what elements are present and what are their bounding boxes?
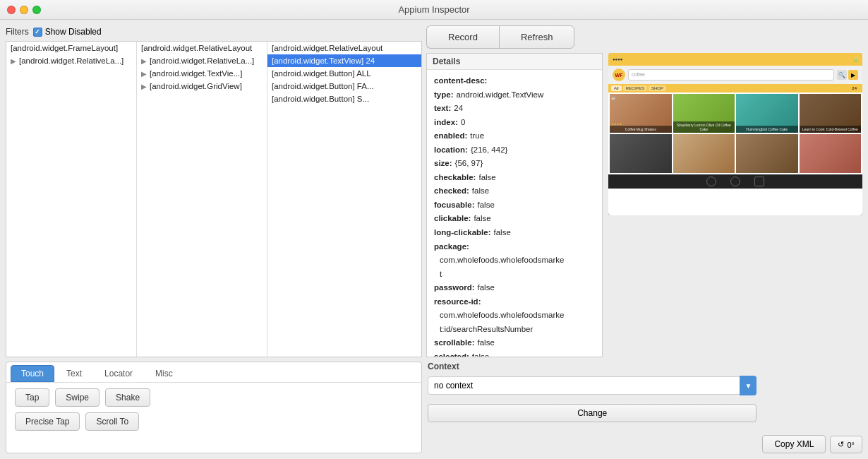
rotate-label: 0° xyxy=(847,441,855,449)
tree-item[interactable]: [android.widget.RelativeLayout xyxy=(137,42,267,54)
device-nav-bar xyxy=(608,174,862,189)
shake-button[interactable]: Shake xyxy=(105,388,150,407)
main-content: Filters Show Disabled [android.widget.Fr… xyxy=(0,20,868,459)
copy-xml-button[interactable]: Copy XML xyxy=(762,435,826,453)
grid-item-5[interactable] xyxy=(673,134,735,173)
bottom-right-actions: Copy XML ↺ 0° xyxy=(762,362,862,453)
buttons-row-2: Precise Tap Scroll To xyxy=(6,412,421,436)
filters-label: Filters xyxy=(6,27,29,37)
context-select-row: no context ▼ xyxy=(428,376,757,395)
device-results-count: 24 xyxy=(849,85,860,91)
record-button[interactable]: Record xyxy=(426,25,499,49)
show-disabled-checkbox[interactable] xyxy=(33,28,42,37)
element-tree: [android.widget.FrameLayout] ▶ [android.… xyxy=(6,41,422,357)
device-preview: ●●●● 🔋 WF coffee 🔍 ▶ xyxy=(608,53,862,215)
rotate-icon: ↺ xyxy=(838,440,844,449)
device-search-input[interactable]: coffee xyxy=(628,69,834,81)
device-status-bar: ●●●● 🔋 xyxy=(608,53,862,66)
details-content: content-desc: type:android.widget.TextVi… xyxy=(427,70,602,357)
tree-item[interactable]: [android.widget.Button] FA... xyxy=(267,80,421,93)
window-controls[interactable] xyxy=(7,6,41,14)
device-home-btn[interactable] xyxy=(730,177,740,186)
expand-arrow: ▶ xyxy=(141,57,147,65)
action-buttons: Record Refresh xyxy=(426,25,862,49)
show-disabled-label: Show Disabled xyxy=(45,27,102,37)
swipe-button[interactable]: Swipe xyxy=(55,388,100,407)
device-screen: ●●●● 🔋 WF coffee 🔍 ▶ xyxy=(608,53,862,215)
grid-item-1[interactable]: Strawberry Lemon Olive Oil Coffee Cake xyxy=(673,94,735,133)
precise-tap-button[interactable]: Precise Tap xyxy=(15,412,80,431)
expand-arrow: ▶ xyxy=(141,83,147,90)
tree-item[interactable]: ▶ [android.widget.TextVie...] xyxy=(137,67,267,80)
device-search-btn[interactable]: 🔍 xyxy=(837,70,847,80)
details-header: Details xyxy=(427,54,602,70)
grid-item-2[interactable]: Hummingbird Coffee Cake xyxy=(736,94,798,133)
expand-arrow: ▶ xyxy=(11,57,16,65)
device-tab-all[interactable]: All xyxy=(611,85,622,91)
device-back-btn[interactable] xyxy=(706,177,716,186)
tree-item[interactable]: ▶ [android.widget.RelativeLa...] xyxy=(137,54,267,67)
tab-misc[interactable]: Misc xyxy=(145,365,183,382)
device-tab-extra[interactable]: SHOP xyxy=(649,85,666,91)
device-search-action[interactable]: ▶ xyxy=(848,70,858,80)
grid-item-0[interactable]: ☕ Coffee Mug Shakes ★★★★ xyxy=(610,94,672,133)
grid-item-3[interactable]: Learn to Cook: Cold-Brewed Coffee xyxy=(800,94,862,133)
right-panel: Record Refresh Details content-desc: typ… xyxy=(426,25,862,357)
interaction-tabs: Touch Text Locator Misc xyxy=(6,362,421,383)
scroll-to-button[interactable]: Scroll To xyxy=(85,412,139,431)
context-panel: Context no context ▼ Change xyxy=(428,362,757,453)
tree-item[interactable]: [android.widget.Button] S... xyxy=(267,93,421,105)
device-tabs-row: All RECIPES SHOP 24 xyxy=(608,84,862,93)
buttons-row-1: Tap Swipe Shake xyxy=(6,383,421,412)
tree-item[interactable]: ▶ [android.widget.GridView] xyxy=(137,80,267,93)
tab-text[interactable]: Text xyxy=(56,365,92,382)
context-select[interactable]: no context xyxy=(428,376,755,395)
grid-item-4[interactable] xyxy=(610,134,672,173)
grid-item-6[interactable] xyxy=(736,134,798,173)
show-disabled-container[interactable]: Show Disabled xyxy=(33,27,102,37)
minimize-button[interactable] xyxy=(20,6,28,14)
tree-item-selected[interactable]: [android.widget.TextView] 24 xyxy=(267,54,421,67)
tree-item[interactable]: [android.widget.FrameLayout] xyxy=(6,42,136,54)
device-recents-btn[interactable] xyxy=(754,177,764,186)
tree-item[interactable]: [android.widget.RelativeLayout xyxy=(267,42,421,54)
details-panel: Details content-desc: type:android.widge… xyxy=(426,53,603,357)
close-button[interactable] xyxy=(7,6,16,14)
tap-button[interactable]: Tap xyxy=(15,388,49,407)
refresh-button[interactable]: Refresh xyxy=(499,25,575,49)
bottom-section: Touch Text Locator Misc Tap Swipe Shake … xyxy=(6,362,862,453)
tree-column-2: [android.widget.RelativeLayout [android.… xyxy=(267,42,421,357)
left-panel: Filters Show Disabled [android.widget.Fr… xyxy=(6,25,422,357)
filters-bar: Filters Show Disabled xyxy=(6,25,422,38)
grid-item-7[interactable] xyxy=(800,134,862,173)
tree-column-1: [android.widget.RelativeLayout ▶ [androi… xyxy=(137,42,267,357)
wf-logo: WF xyxy=(613,68,625,81)
tab-touch[interactable]: Touch xyxy=(11,365,54,382)
tree-column-0: [android.widget.FrameLayout] ▶ [android.… xyxy=(6,42,137,357)
device-content-grid: ☕ Coffee Mug Shakes ★★★★ Strawberry Lemo… xyxy=(608,93,862,174)
device-search-bar: WF coffee 🔍 ▶ xyxy=(608,66,862,84)
interaction-panel: Touch Text Locator Misc Tap Swipe Shake … xyxy=(6,362,422,453)
tree-item[interactable]: ▶ [android.widget.RelativeLa...] xyxy=(6,54,136,67)
rotate-button[interactable]: ↺ 0° xyxy=(830,436,862,453)
device-tab-recipes[interactable]: RECIPES xyxy=(623,85,647,91)
context-label: Context xyxy=(428,362,757,371)
tree-item[interactable]: [android.widget.Button] ALL xyxy=(267,67,421,80)
top-section: Filters Show Disabled [android.widget.Fr… xyxy=(6,25,862,357)
expand-arrow: ▶ xyxy=(141,70,147,78)
change-button[interactable]: Change xyxy=(428,404,757,422)
window-title: Appium Inspector xyxy=(398,4,469,15)
tab-locator[interactable]: Locator xyxy=(94,365,143,382)
maximize-button[interactable] xyxy=(32,6,41,14)
title-bar: Appium Inspector xyxy=(0,0,868,20)
